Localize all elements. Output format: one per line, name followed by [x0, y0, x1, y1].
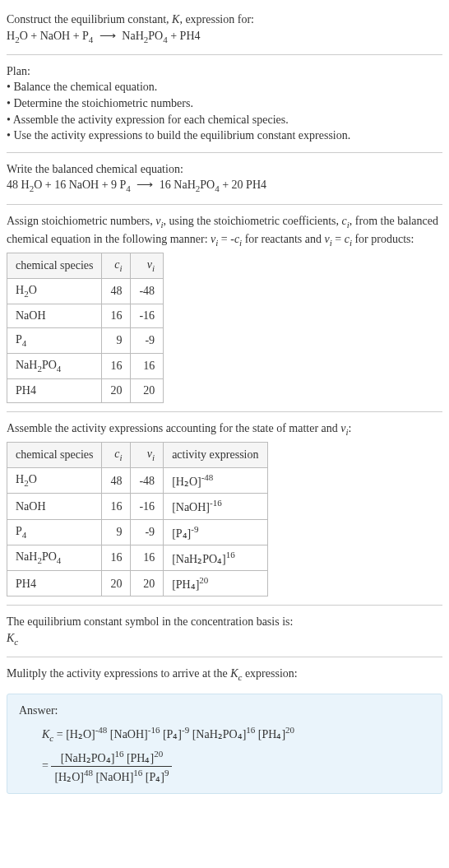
cell-species: NaOH	[7, 494, 102, 519]
answer-box: Answer: Kc = [H₂O]-48 [NaOH]-16 [P₄]-9 […	[7, 694, 442, 794]
cell-ci: 16	[102, 304, 131, 328]
cell-ci: 48	[102, 468, 131, 494]
table-row: P4 9 -9 [P₄]-9	[7, 519, 268, 545]
plan-item: • Determine the stoichiometric numbers.	[7, 95, 442, 112]
plan-item: • Use the activity expressions to build …	[7, 128, 442, 144]
cell-species: NaOH	[7, 304, 102, 328]
balanced-title: Write the balanced chemical equation:	[7, 161, 442, 178]
symbol-intro: The equilibrium constant symbol in the c…	[7, 614, 442, 630]
table-row: NaOH 16 -16	[7, 304, 164, 328]
activity-table: chemical species ci νi activity expressi…	[7, 442, 268, 596]
header-section: Construct the equilibrium constant, K, e…	[7, 7, 442, 51]
divider	[7, 605, 442, 606]
kc-expression: Kc = [H₂O]-48 [NaOH]-16 [P₄]-9 [NaH₂PO₄]…	[42, 724, 430, 745]
multiply-section: Mulitply the activity expressions to arr…	[7, 661, 442, 689]
divider	[7, 411, 442, 412]
cell-species: NaH2PO4	[7, 354, 102, 379]
cell-ci: 16	[102, 354, 131, 379]
col-vi: νi	[131, 443, 164, 468]
col-species: chemical species	[7, 443, 102, 468]
stoich-table: chemical species ci νi H2O 48 -48 NaOH 1…	[7, 253, 164, 403]
table-row: PH4 20 20	[7, 379, 164, 403]
cell-vi: -16	[131, 304, 164, 328]
cell-activity: [NaH₂PO₄]16	[164, 545, 267, 570]
cell-ci: 16	[102, 545, 131, 570]
cell-species: PH4	[7, 379, 102, 403]
table-row: NaOH 16 -16 [NaOH]-16	[7, 494, 268, 519]
divider	[7, 657, 442, 657]
divider	[7, 54, 442, 55]
cell-species: P4	[7, 519, 102, 545]
symbol-kc: Kc	[7, 630, 442, 648]
table-row: H2O 48 -48 [H₂O]-48	[7, 468, 268, 494]
plan-item: • Balance the chemical equation.	[7, 79, 442, 95]
cell-species: NaH2PO4	[7, 545, 102, 570]
cell-activity: [P₄]-9	[164, 519, 267, 545]
divider	[7, 152, 442, 153]
stoich-section: Assign stoichiometric numbers, νi, using…	[7, 208, 442, 408]
cell-ci: 16	[102, 494, 131, 519]
cell-species: P4	[7, 327, 102, 353]
multiply-intro: Mulitply the activity expressions to arr…	[7, 666, 442, 684]
col-species: chemical species	[7, 253, 102, 278]
stoich-intro: Assign stoichiometric numbers, νi, using…	[7, 213, 442, 249]
table-header-row: chemical species ci νi	[7, 253, 164, 278]
table-row: PH4 20 20 [PH₄]20	[7, 571, 268, 596]
table-header-row: chemical species ci νi activity expressi…	[7, 443, 268, 468]
divider	[7, 204, 442, 205]
plan-title: Plan:	[7, 63, 442, 80]
cell-activity: [H₂O]-48	[164, 468, 267, 494]
cell-vi: -9	[131, 519, 164, 545]
cell-species: PH4	[7, 571, 102, 596]
cell-activity: [NaOH]-16	[164, 494, 267, 519]
balanced-section: Write the balanced chemical equation: 48…	[7, 156, 442, 201]
cell-vi: 16	[131, 354, 164, 379]
cell-ci: 9	[102, 519, 131, 545]
kc-fraction: = [NaH₂PO₄]16 [PH₄]20 [H₂O]48 [NaOH]16 […	[42, 745, 430, 786]
cell-vi: -9	[131, 327, 164, 353]
cell-vi: 20	[131, 571, 164, 596]
cell-activity: [PH₄]20	[164, 571, 267, 596]
cell-vi: 16	[131, 545, 164, 570]
cell-vi: -48	[131, 468, 164, 494]
symbol-section: The equilibrium constant symbol in the c…	[7, 609, 442, 653]
col-vi: νi	[131, 253, 164, 278]
col-activity: activity expression	[164, 443, 267, 468]
activity-section: Assemble the activity expressions accoun…	[7, 415, 442, 602]
balanced-reaction: 48 H2O + 16 NaOH + 9 P4 ⟶ 16 NaH2PO4 + 2…	[7, 177, 442, 195]
cell-vi: 20	[131, 379, 164, 403]
table-row: H2O 48 -48	[7, 279, 164, 304]
table-row: NaH2PO4 16 16 [NaH₂PO₄]16	[7, 545, 268, 570]
activity-intro: Assemble the activity expressions accoun…	[7, 420, 442, 439]
cell-ci: 9	[102, 327, 131, 353]
cell-ci: 20	[102, 379, 131, 403]
table-row: P4 9 -9	[7, 327, 164, 353]
cell-ci: 48	[102, 279, 131, 304]
cell-species: H2O	[7, 468, 102, 494]
answer-label: Answer:	[19, 703, 430, 719]
cell-vi: -16	[131, 494, 164, 519]
cell-vi: -48	[131, 279, 164, 304]
col-ci: ci	[102, 443, 131, 468]
table-row: NaH2PO4 16 16	[7, 354, 164, 379]
cell-ci: 20	[102, 571, 131, 596]
unbalanced-reaction: H2O + NaOH + P4 ⟶ NaH2PO4 + PH4	[7, 28, 442, 46]
col-ci: ci	[102, 253, 131, 278]
cell-species: H2O	[7, 279, 102, 304]
plan-item: • Assemble the activity expression for e…	[7, 112, 442, 128]
header-line1: Construct the equilibrium constant, K, e…	[7, 12, 442, 28]
plan-section: Plan: • Balance the chemical equation. •…	[7, 58, 442, 149]
